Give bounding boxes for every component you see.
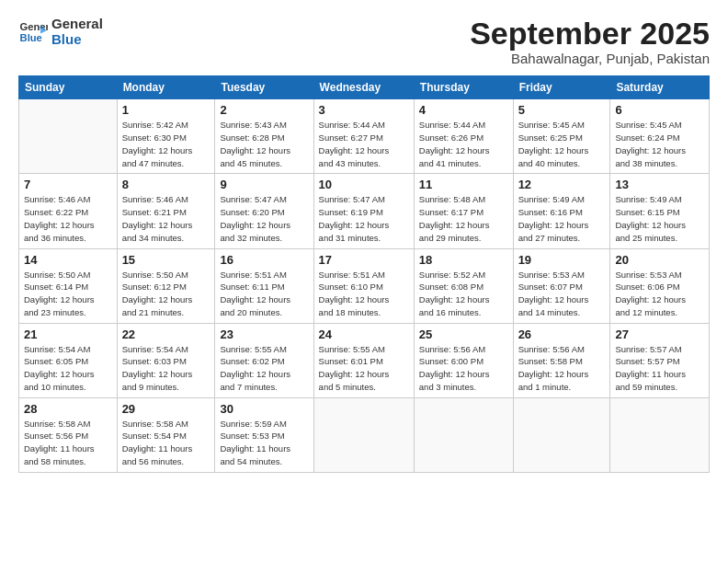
day-number: 6 [615,103,704,117]
day-info: Sunrise: 5:46 AMSunset: 6:22 PMDaylight:… [24,193,112,244]
calendar-week-1: 1Sunrise: 5:42 AMSunset: 6:30 PMDaylight… [19,99,710,174]
day-info: Sunrise: 5:46 AMSunset: 6:21 PMDaylight:… [122,193,210,244]
title-block: September 2025 Bahawalnagar, Punjab, Pak… [470,17,710,66]
calendar-cell: 22Sunrise: 5:54 AMSunset: 6:03 PMDayligh… [117,323,215,397]
calendar-week-2: 7Sunrise: 5:46 AMSunset: 6:22 PMDaylight… [19,174,710,248]
day-info: Sunrise: 5:47 AMSunset: 6:20 PMDaylight:… [220,193,308,244]
calendar-cell: 9Sunrise: 5:47 AMSunset: 6:20 PMDaylight… [215,174,313,248]
calendar-cell: 10Sunrise: 5:47 AMSunset: 6:19 PMDayligh… [313,174,414,248]
day-number: 18 [419,253,508,267]
col-saturday: Saturday [610,76,710,99]
calendar-cell: 15Sunrise: 5:50 AMSunset: 6:12 PMDayligh… [117,248,215,323]
day-info: Sunrise: 5:54 AMSunset: 6:03 PMDaylight:… [122,343,210,394]
day-number: 28 [24,402,112,416]
day-number: 13 [615,178,704,191]
day-number: 9 [220,178,308,191]
day-info: Sunrise: 5:45 AMSunset: 6:24 PMDaylight:… [615,119,704,169]
calendar-cell: 26Sunrise: 5:56 AMSunset: 5:58 PMDayligh… [513,323,610,397]
calendar-cell: 7Sunrise: 5:46 AMSunset: 6:22 PMDaylight… [19,174,118,248]
logo-icon: General Blue [18,17,48,47]
calendar-cell: 18Sunrise: 5:52 AMSunset: 6:08 PMDayligh… [414,248,513,323]
calendar-cell: 8Sunrise: 5:46 AMSunset: 6:21 PMDaylight… [117,174,215,248]
day-info: Sunrise: 5:50 AMSunset: 6:14 PMDaylight:… [24,269,112,319]
calendar-cell [513,397,610,472]
day-info: Sunrise: 5:44 AMSunset: 6:26 PMDaylight:… [419,119,508,169]
day-number: 10 [319,178,409,191]
day-info: Sunrise: 5:49 AMSunset: 6:16 PMDaylight:… [518,193,606,244]
calendar-cell: 4Sunrise: 5:44 AMSunset: 6:26 PMDaylight… [414,99,513,174]
day-number: 24 [319,327,409,341]
calendar-cell: 6Sunrise: 5:45 AMSunset: 6:24 PMDaylight… [610,99,710,174]
day-number: 17 [319,253,409,267]
calendar-body: 1Sunrise: 5:42 AMSunset: 6:30 PMDaylight… [19,99,710,472]
calendar-cell: 28Sunrise: 5:58 AMSunset: 5:56 PMDayligh… [19,397,118,472]
col-friday: Friday [513,76,610,99]
day-info: Sunrise: 5:45 AMSunset: 6:25 PMDaylight:… [518,119,606,169]
calendar-week-3: 14Sunrise: 5:50 AMSunset: 6:14 PMDayligh… [19,248,710,323]
col-sunday: Sunday [19,76,118,99]
day-number: 14 [24,253,112,267]
day-info: Sunrise: 5:52 AMSunset: 6:08 PMDaylight:… [419,269,508,319]
calendar-cell: 13Sunrise: 5:49 AMSunset: 6:15 PMDayligh… [610,174,710,248]
day-number: 22 [122,327,210,341]
day-info: Sunrise: 5:49 AMSunset: 6:15 PMDaylight:… [615,193,704,244]
calendar-table: Sunday Monday Tuesday Wednesday Thursday… [18,75,710,472]
day-info: Sunrise: 5:56 AMSunset: 5:58 PMDaylight:… [518,343,606,394]
calendar-cell: 20Sunrise: 5:53 AMSunset: 6:06 PMDayligh… [610,248,710,323]
day-number: 21 [24,327,112,341]
day-info: Sunrise: 5:57 AMSunset: 5:57 PMDaylight:… [615,343,704,394]
calendar-cell: 21Sunrise: 5:54 AMSunset: 6:05 PMDayligh… [19,323,118,397]
day-number: 25 [419,327,508,341]
day-info: Sunrise: 5:55 AMSunset: 6:01 PMDaylight:… [319,343,409,394]
day-info: Sunrise: 5:55 AMSunset: 6:02 PMDaylight:… [220,343,308,394]
day-number: 3 [319,103,409,117]
day-number: 30 [220,402,308,416]
calendar-cell: 16Sunrise: 5:51 AMSunset: 6:11 PMDayligh… [215,248,313,323]
calendar-cell: 25Sunrise: 5:56 AMSunset: 6:00 PMDayligh… [414,323,513,397]
calendar-cell [414,397,513,472]
day-number: 20 [615,253,704,267]
col-tuesday: Tuesday [215,76,313,99]
day-info: Sunrise: 5:59 AMSunset: 5:53 PMDaylight:… [220,418,308,468]
calendar-cell: 2Sunrise: 5:43 AMSunset: 6:28 PMDaylight… [215,99,313,174]
calendar-cell: 5Sunrise: 5:45 AMSunset: 6:25 PMDaylight… [513,99,610,174]
calendar-cell: 27Sunrise: 5:57 AMSunset: 5:57 PMDayligh… [610,323,710,397]
calendar-cell: 30Sunrise: 5:59 AMSunset: 5:53 PMDayligh… [215,397,313,472]
day-info: Sunrise: 5:47 AMSunset: 6:19 PMDaylight:… [319,193,409,244]
day-info: Sunrise: 5:53 AMSunset: 6:06 PMDaylight:… [615,269,704,319]
day-number: 2 [220,103,308,117]
col-wednesday: Wednesday [313,76,414,99]
calendar-cell: 11Sunrise: 5:48 AMSunset: 6:17 PMDayligh… [414,174,513,248]
day-info: Sunrise: 5:48 AMSunset: 6:17 PMDaylight:… [419,193,508,244]
svg-text:Blue: Blue [20,31,42,42]
day-number: 8 [122,178,210,191]
calendar-cell: 14Sunrise: 5:50 AMSunset: 6:14 PMDayligh… [19,248,118,323]
day-number: 5 [518,103,606,117]
calendar-cell: 19Sunrise: 5:53 AMSunset: 6:07 PMDayligh… [513,248,610,323]
day-number: 19 [518,253,606,267]
calendar-cell [313,397,414,472]
logo-blue: Blue [51,32,103,48]
day-info: Sunrise: 5:58 AMSunset: 5:56 PMDaylight:… [24,418,112,468]
day-info: Sunrise: 5:51 AMSunset: 6:10 PMDaylight:… [319,269,409,319]
calendar-cell: 17Sunrise: 5:51 AMSunset: 6:10 PMDayligh… [313,248,414,323]
day-number: 15 [122,253,210,267]
calendar-week-5: 28Sunrise: 5:58 AMSunset: 5:56 PMDayligh… [19,397,710,472]
day-info: Sunrise: 5:56 AMSunset: 6:00 PMDaylight:… [419,343,508,394]
day-number: 12 [518,178,606,191]
calendar-cell [610,397,710,472]
day-number: 16 [220,253,308,267]
col-monday: Monday [117,76,215,99]
page: General Blue General Blue September 2025… [0,0,728,563]
location-title: Bahawalnagar, Punjab, Pakistan [470,51,710,66]
calendar-cell: 29Sunrise: 5:58 AMSunset: 5:54 PMDayligh… [117,397,215,472]
calendar-cell: 12Sunrise: 5:49 AMSunset: 6:16 PMDayligh… [513,174,610,248]
day-number: 23 [220,327,308,341]
day-info: Sunrise: 5:54 AMSunset: 6:05 PMDaylight:… [24,343,112,394]
calendar-cell: 1Sunrise: 5:42 AMSunset: 6:30 PMDaylight… [117,99,215,174]
day-number: 29 [122,402,210,416]
day-info: Sunrise: 5:44 AMSunset: 6:27 PMDaylight:… [319,119,409,169]
calendar-cell: 3Sunrise: 5:44 AMSunset: 6:27 PMDaylight… [313,99,414,174]
calendar-cell [19,99,118,174]
day-number: 26 [518,327,606,341]
